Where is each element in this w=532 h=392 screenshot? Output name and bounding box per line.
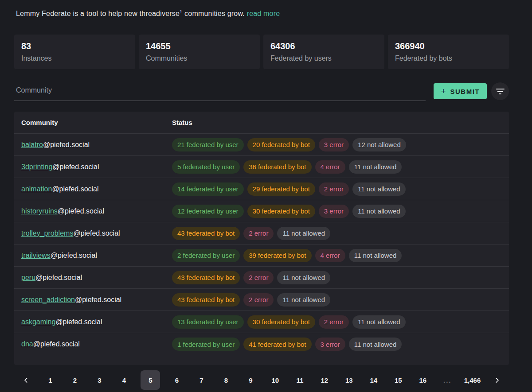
community-domain: @piefed.social <box>52 185 98 193</box>
intro-before: Lemmy Federate is a tool to help new thr… <box>16 10 180 17</box>
status-cell: 21 federated by user20 federated by bot3… <box>172 138 509 151</box>
status-chip-user: 12 federated by user <box>172 205 244 218</box>
community-domain: @piefed.social <box>35 274 82 281</box>
pagination-page-6[interactable]: 6 <box>169 370 185 390</box>
status-chip-error: 2 error <box>243 293 274 307</box>
status-chip-error: 2 error <box>243 227 274 240</box>
status-chip-bot: 30 federated by bot <box>247 205 315 218</box>
read-more-link[interactable]: read more <box>247 10 280 17</box>
pagination-page-11[interactable]: 11 <box>292 370 308 390</box>
pagination-page-8[interactable]: 8 <box>218 370 234 390</box>
status-cell: 5 federated by user36 federated by bot4 … <box>172 160 509 174</box>
status-chip-notallowed: 11 not allowed <box>277 293 330 307</box>
table-row: balatro@piefed.social 21 federated by us… <box>14 134 509 156</box>
pagination-next-button[interactable] <box>489 370 505 390</box>
table-row: dna@piefed.social 1 federated by user41 … <box>14 333 509 355</box>
community-link[interactable]: screen_addiction <box>21 296 75 303</box>
stat-value: 366940 <box>395 41 502 51</box>
intro-after: communities grow. <box>182 10 246 17</box>
community-link[interactable]: 3dprinting <box>21 163 52 171</box>
status-chip-error: 4 error <box>315 160 345 174</box>
community-link[interactable]: historyruins <box>21 207 58 215</box>
search-row: + SUBMIT <box>14 82 509 101</box>
pagination-page-15[interactable]: 15 <box>390 370 406 390</box>
pagination: 12345678910111213141516...1,466 <box>14 368 509 392</box>
stat-label: Instances <box>21 54 128 62</box>
community-domain: @piefed.social <box>51 252 97 259</box>
submit-button[interactable]: + SUBMIT <box>434 83 487 99</box>
stat-label: Communities <box>146 54 253 62</box>
pagination-page-1,466[interactable]: 1,466 <box>464 370 481 390</box>
pagination-page-5[interactable]: 5 <box>141 370 160 390</box>
status-chip-bot: 43 federated by bot <box>172 271 240 284</box>
table-body: balatro@piefed.social 21 federated by us… <box>14 134 509 355</box>
table-row: askgaming@piefed.social 13 federated by … <box>14 311 509 333</box>
community-cell: dna@piefed.social <box>14 340 172 348</box>
filter-icon <box>496 89 505 95</box>
intro-text: Lemmy Federate is a tool to help new thr… <box>14 9 509 18</box>
table-header: Community Status <box>14 112 509 134</box>
stats-row: 83 Instances 14655 Communities 64306 Fed… <box>14 35 509 69</box>
filter-button[interactable] <box>491 82 509 100</box>
stat-card: 14655 Communities <box>139 35 260 69</box>
community-link[interactable]: balatro <box>21 141 43 148</box>
table-row: trailviews@piefed.social 2 federated by … <box>14 245 509 267</box>
community-cell: 3dprinting@piefed.social <box>14 163 172 171</box>
search-field <box>14 84 426 101</box>
status-cell: 14 federated by user29 federated by bot2… <box>172 182 509 196</box>
submit-label: SUBMIT <box>450 88 480 95</box>
community-link[interactable]: animation <box>21 185 52 193</box>
pagination-page-13[interactable]: 13 <box>341 370 357 390</box>
chevron-left-icon <box>23 377 29 384</box>
status-chip-bot: 29 federated by bot <box>247 182 315 196</box>
community-link[interactable]: askgaming <box>21 318 55 326</box>
status-chip-notallowed: 11 not allowed <box>277 227 330 240</box>
pagination-page-14[interactable]: 14 <box>366 370 382 390</box>
status-chip-error: 3 error <box>315 338 345 351</box>
stat-label: Federated by users <box>270 54 377 62</box>
pagination-page-2[interactable]: 2 <box>67 370 83 390</box>
pagination-prev-button[interactable] <box>18 370 34 390</box>
pagination-page-3[interactable]: 3 <box>91 370 107 390</box>
community-domain: @piefed.social <box>75 296 121 303</box>
status-chip-notallowed: 11 not allowed <box>352 315 406 329</box>
community-cell: balatro@piefed.social <box>14 141 172 149</box>
pagination-page-12[interactable]: 12 <box>317 370 332 390</box>
status-cell: 1 federated by user41 federated by bot3 … <box>172 338 509 351</box>
community-domain: @piefed.social <box>55 318 102 326</box>
table-row: screen_addiction@piefed.social 43 federa… <box>14 289 509 311</box>
pagination-page-10[interactable]: 10 <box>267 370 283 390</box>
community-cell: historyruins@piefed.social <box>14 207 172 215</box>
table-row: trolley_problems@piefed.social 43 federa… <box>14 222 509 245</box>
status-chip-error: 2 error <box>243 271 274 284</box>
plus-icon: + <box>441 86 446 96</box>
community-link[interactable]: dna <box>21 340 33 348</box>
pagination-ellipsis: ... <box>439 370 455 390</box>
pagination-page-1[interactable]: 1 <box>42 370 58 390</box>
community-link[interactable]: peru <box>21 274 35 281</box>
status-chip-bot: 39 federated by bot <box>243 249 311 262</box>
page: Lemmy Federate is a tool to help new thr… <box>14 0 509 392</box>
pagination-page-4[interactable]: 4 <box>116 370 132 390</box>
status-chip-error: 3 error <box>319 205 349 218</box>
stat-value: 14655 <box>146 41 253 51</box>
community-link[interactable]: trolley_problems <box>21 229 73 237</box>
stat-card: 366940 Federated by bots <box>388 35 509 69</box>
column-header-community: Community <box>14 119 172 126</box>
stat-label: Federated by bots <box>395 54 502 62</box>
status-chip-bot: 43 federated by bot <box>172 227 240 240</box>
stat-value: 64306 <box>270 41 377 51</box>
status-chip-notallowed: 11 not allowed <box>352 205 406 218</box>
pagination-page-7[interactable]: 7 <box>193 370 209 390</box>
community-cell: askgaming@piefed.social <box>14 318 172 326</box>
community-cell: peru@piefed.social <box>14 274 172 282</box>
community-cell: trolley_problems@piefed.social <box>14 229 172 237</box>
status-cell: 43 federated by bot2 error11 not allowed <box>172 227 509 240</box>
stat-value: 83 <box>21 41 128 51</box>
pagination-page-16[interactable]: 16 <box>415 370 431 390</box>
pagination-page-9[interactable]: 9 <box>243 370 258 390</box>
status-chip-bot: 43 federated by bot <box>172 293 240 307</box>
community-search-input[interactable] <box>14 84 426 101</box>
community-link[interactable]: trailviews <box>21 252 51 259</box>
community-domain: @piefed.social <box>73 229 120 237</box>
